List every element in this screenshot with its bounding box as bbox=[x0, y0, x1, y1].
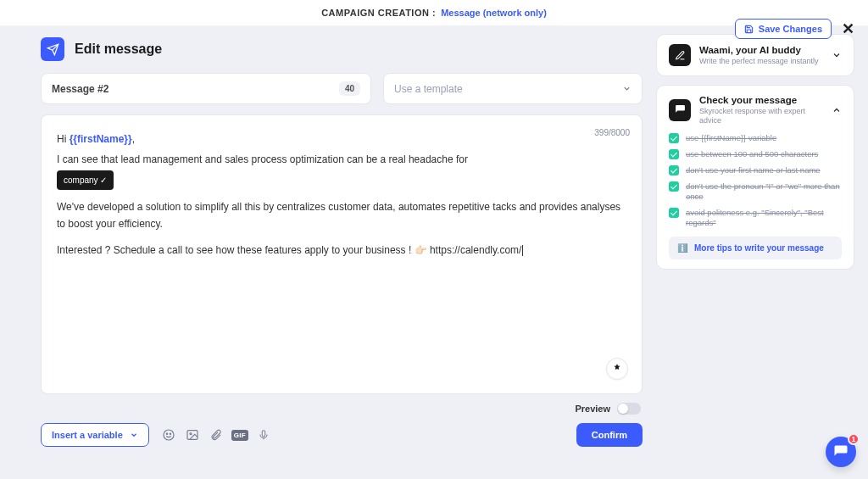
chevron-down-icon bbox=[622, 84, 632, 93]
char-counter: 399/8000 bbox=[594, 125, 630, 140]
preview-toggle[interactable] bbox=[617, 403, 641, 415]
page-title: Edit message bbox=[75, 42, 162, 57]
text-cursor bbox=[522, 245, 523, 256]
editor-text: I can see that lead management and sales… bbox=[57, 153, 468, 165]
svg-point-1 bbox=[166, 433, 167, 434]
save-changes-label: Save Changes bbox=[759, 24, 822, 34]
info-icon: ℹ️ bbox=[677, 243, 687, 253]
svg-rect-3 bbox=[187, 431, 198, 440]
emoji-icon[interactable] bbox=[161, 427, 176, 443]
campaign-banner-value: Message (network only) bbox=[441, 8, 547, 18]
tip-text: use between 100 and 500 characters bbox=[686, 149, 818, 159]
template-placeholder: Use a template bbox=[394, 83, 463, 95]
editor-url: https://calendly.com/ bbox=[430, 244, 522, 256]
check-title: Check your message bbox=[699, 95, 823, 107]
more-tips-label: More tips to write your message bbox=[694, 243, 824, 253]
editor-text: Interested ? Schedule a call to see how … bbox=[57, 244, 430, 256]
pencil-icon bbox=[669, 44, 691, 66]
chat-badge: 1 bbox=[848, 433, 860, 445]
message-editor[interactable]: 399/8000 Hi {{firstName}}, I can see tha… bbox=[41, 114, 643, 394]
insert-variable-label: Insert a variable bbox=[52, 430, 123, 440]
tip-text: don't use your first name or last name bbox=[686, 165, 821, 175]
save-icon bbox=[744, 25, 754, 34]
waami-title: Waami, your AI buddy bbox=[699, 45, 823, 57]
close-icon[interactable]: ✕ bbox=[842, 21, 854, 36]
tip-text: avoid politeness e.g. "Sincerely", "Best… bbox=[686, 208, 842, 228]
svg-point-2 bbox=[170, 433, 170, 434]
svg-point-4 bbox=[190, 433, 192, 435]
attachment-icon[interactable] bbox=[209, 427, 224, 443]
variable-chip-company[interactable]: company ✓ bbox=[57, 170, 114, 190]
message-name-input[interactable]: Message #2 40 bbox=[41, 73, 371, 104]
message-name-counter: 40 bbox=[339, 81, 360, 96]
check-icon bbox=[669, 181, 679, 192]
edit-message-icon bbox=[41, 37, 64, 61]
editor-text: , bbox=[132, 133, 135, 145]
waami-panel[interactable]: Waami, your AI buddy Write the perfect m… bbox=[656, 34, 854, 76]
check-icon bbox=[669, 133, 679, 143]
chat-bubble-icon bbox=[669, 99, 691, 121]
check-message-panel: Check your message Skyrocket response wi… bbox=[656, 85, 854, 270]
check-icon bbox=[669, 208, 679, 218]
insert-variable-button[interactable]: Insert a variable bbox=[41, 423, 149, 447]
svg-point-0 bbox=[164, 430, 174, 440]
ai-helper-button[interactable] bbox=[606, 358, 628, 380]
preview-label: Preview bbox=[575, 404, 610, 414]
waami-sub: Write the perfect message instantly bbox=[699, 57, 823, 66]
mic-icon[interactable] bbox=[256, 427, 271, 443]
check-icon bbox=[669, 149, 679, 159]
tip-item: don't use your first name or last name bbox=[669, 165, 842, 175]
variable-firstname[interactable]: {{firstName}} bbox=[70, 133, 132, 145]
editor-text: We've developed a solution to simplify a… bbox=[57, 198, 626, 233]
tip-item: avoid politeness e.g. "Sincerely", "Best… bbox=[669, 208, 842, 228]
image-icon[interactable] bbox=[185, 427, 200, 443]
check-sub: Skyrocket response with expert advice bbox=[699, 107, 823, 125]
tip-item: don't use the pronoun "I" or "we" more t… bbox=[669, 181, 842, 202]
chat-fab[interactable]: 1 bbox=[826, 437, 856, 467]
confirm-button[interactable]: Confirm bbox=[576, 423, 643, 447]
more-tips-button[interactable]: ℹ️ More tips to write your message bbox=[669, 237, 842, 259]
chevron-down-icon bbox=[130, 431, 138, 439]
tip-item: use between 100 and 500 characters bbox=[669, 149, 842, 159]
template-select[interactable]: Use a template bbox=[383, 73, 643, 104]
campaign-banner-label: CAMPAIGN CREATION : bbox=[321, 8, 436, 18]
save-changes-button[interactable]: Save Changes bbox=[735, 19, 832, 39]
tip-text: don't use the pronoun "I" or "we" more t… bbox=[686, 181, 842, 202]
tip-item: use {{firstName}} variable bbox=[669, 133, 842, 143]
message-name-value: Message #2 bbox=[52, 83, 108, 95]
chevron-up-icon[interactable] bbox=[832, 105, 842, 115]
editor-text: Hi bbox=[57, 133, 70, 145]
gif-icon[interactable]: GIF bbox=[232, 427, 248, 443]
tip-text: use {{firstName}} variable bbox=[686, 133, 776, 143]
check-icon bbox=[669, 165, 679, 175]
svg-rect-5 bbox=[262, 431, 265, 437]
chevron-down-icon[interactable] bbox=[832, 50, 842, 60]
chip-label: company ✓ bbox=[64, 173, 107, 187]
